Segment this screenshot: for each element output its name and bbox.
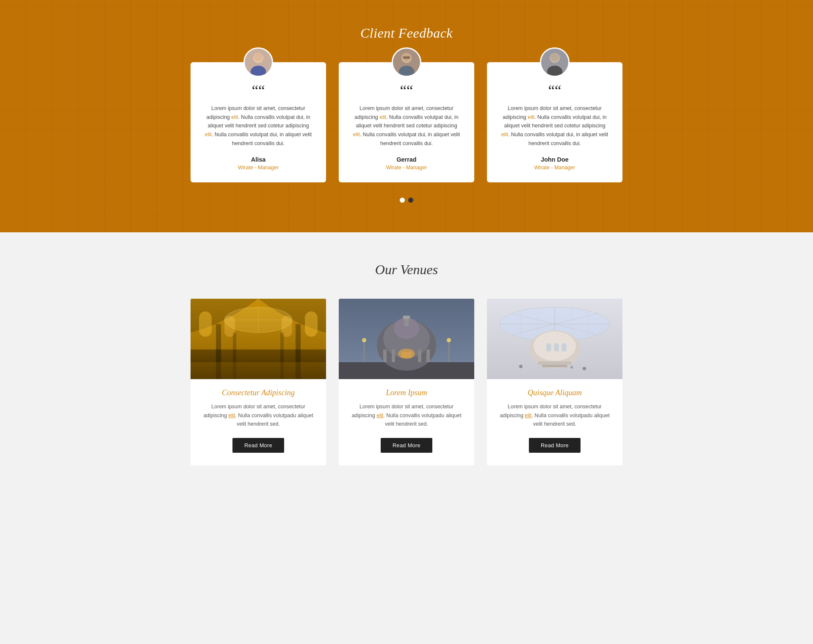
venues-section: Our Venues: [0, 232, 813, 491]
avatar-alisa: [243, 47, 273, 77]
venue-card-2: Lorem Ipsum Lorem ipsum dolor sit amet, …: [339, 299, 474, 465]
testimonial-card-alisa: ““ Lorem ipsum dolor sit amet, consectet…: [191, 62, 326, 182]
quote-icon-gerrad: ““: [351, 83, 462, 98]
testimonial-name-alisa: Alisa: [203, 156, 313, 163]
venue-svg-3: [487, 299, 622, 379]
venue-image-1: [191, 299, 326, 379]
testimonials-pagination: [8, 198, 805, 203]
avatar-johndoe-img: [541, 47, 568, 77]
testimonial-text-alisa: Lorem ipsum dolor sit amet, consectetur …: [203, 104, 313, 148]
svg-rect-33: [403, 316, 410, 319]
avatar-alisa-img: [245, 47, 272, 77]
svg-rect-59: [554, 343, 559, 352]
quote-icon-alisa: ““: [203, 83, 313, 98]
svg-rect-36: [418, 350, 421, 362]
venue-title-1: Consectetur Adipiscing: [199, 388, 318, 397]
svg-rect-37: [426, 350, 430, 362]
svg-rect-57: [542, 365, 567, 367]
svg-rect-34: [383, 350, 387, 362]
venue-text-1: Lorem ipsum dolor sit amet, consectetur …: [201, 402, 316, 429]
avatar-gerrad: [392, 47, 421, 77]
quote-icon-johndoe: ““: [500, 83, 610, 98]
testimonial-text-johndoe: Lorem ipsum dolor sit amet, consectetur …: [500, 104, 610, 148]
read-more-button-2[interactable]: Read More: [381, 438, 432, 453]
svg-point-12: [550, 53, 559, 61]
venue-title-2: Lorem Ipsum: [347, 388, 466, 397]
avatar-gerrad-img: [393, 47, 420, 77]
svg-rect-26: [191, 362, 326, 379]
venue-image-2: [339, 299, 474, 379]
svg-rect-58: [546, 343, 551, 352]
read-more-button-1[interactable]: Read More: [232, 438, 284, 453]
svg-point-63: [570, 366, 573, 369]
read-more-button-3[interactable]: Read More: [529, 438, 581, 453]
svg-point-61: [519, 365, 523, 368]
testimonial-name-johndoe: John Doe: [500, 156, 610, 163]
testimonials-cards: ““ Lorem ipsum dolor sit amet, consectet…: [174, 62, 639, 182]
testimonial-text-gerrad: Lorem ipsum dolor sit amet, consectetur …: [351, 104, 462, 148]
venue-text-3: Lorem ipsum dolor sit amet, consectetur …: [497, 402, 612, 429]
venue-svg-2: [339, 299, 474, 379]
svg-rect-15: [199, 311, 212, 337]
svg-point-3: [254, 53, 263, 61]
testimonial-card-johndoe: ““ Lorem ipsum dolor sit amet, consectet…: [487, 62, 622, 182]
svg-rect-39: [401, 352, 412, 358]
testimonial-role-gerrad: Wirate - Manager: [351, 165, 462, 171]
svg-point-41: [362, 338, 366, 342]
testimonial-card-gerrad: ““ Lorem ipsum dolor sit amet, consectet…: [339, 62, 474, 182]
svg-rect-35: [392, 350, 395, 362]
dot-2[interactable]: [408, 198, 413, 203]
svg-rect-16: [305, 311, 318, 337]
testimonial-name-gerrad: Gerrad: [351, 156, 462, 163]
venue-svg-1: [191, 299, 326, 379]
venue-card-1: Consectetur Adipiscing Lorem ipsum dolor…: [191, 299, 326, 465]
venue-title-3: Quisque Aliquam: [495, 388, 614, 397]
venue-text-2: Lorem ipsum dolor sit amet, consectetur …: [349, 402, 464, 429]
svg-rect-8: [403, 56, 410, 58]
svg-point-62: [583, 367, 586, 370]
testimonial-role-alisa: Wirate - Manager: [203, 165, 313, 171]
avatar-johndoe: [540, 47, 570, 77]
dot-1[interactable]: [400, 198, 405, 203]
svg-point-43: [447, 338, 451, 342]
venue-card-3: Quisque Aliquam Lorem ipsum dolor sit am…: [487, 299, 622, 465]
venues-cards: Consectetur Adipiscing Lorem ipsum dolor…: [174, 299, 639, 465]
svg-rect-60: [561, 343, 567, 352]
venue-image-3: [487, 299, 622, 379]
testimonials-section: Client Feedback ““ Lorem ipsum dolor sit…: [0, 0, 813, 232]
venues-title: Our Venues: [8, 262, 805, 278]
testimonials-title: Client Feedback: [8, 25, 805, 41]
svg-rect-56: [538, 361, 572, 365]
testimonial-role-johndoe: Wirate - Manager: [500, 165, 610, 171]
